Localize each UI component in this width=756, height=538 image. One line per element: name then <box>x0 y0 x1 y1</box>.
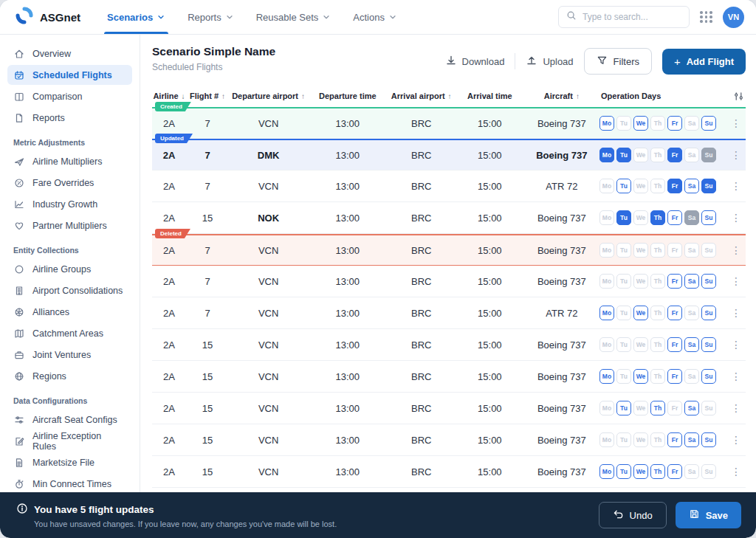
day-chip-th[interactable]: Th <box>650 401 665 415</box>
day-chip-su[interactable]: Su <box>701 337 716 352</box>
day-chip-tu[interactable]: Tu <box>616 243 631 258</box>
column-settings-icon[interactable] <box>726 91 746 102</box>
column-header-operation-days[interactable]: Operation Days <box>599 92 726 100</box>
sidebar-item-catchment-areas[interactable]: Catchment Areas <box>7 323 132 343</box>
row-menu-icon[interactable]: ⋮ <box>726 150 746 160</box>
column-header-arrival-airport[interactable]: Arrival airport↑ <box>387 92 456 100</box>
sidebar-item-scheduled-flights[interactable]: Scheduled Flights <box>7 65 132 85</box>
day-chip-th[interactable]: Th <box>650 243 665 258</box>
nav-item-reusable-sets[interactable]: Reusable Sets <box>256 0 331 34</box>
day-chip-sa[interactable]: Sa <box>684 464 699 479</box>
day-chip-we[interactable]: We <box>633 432 648 447</box>
avatar[interactable]: VN <box>723 7 744 28</box>
row-menu-icon[interactable]: ⋮ <box>726 213 746 223</box>
day-chip-we[interactable]: We <box>633 179 648 193</box>
day-chip-th[interactable]: Th <box>650 306 665 320</box>
day-chip-mo[interactable]: Mo <box>599 306 614 320</box>
day-chip-th[interactable]: Th <box>650 274 665 289</box>
add-flight-button[interactable]: + Add Flight <box>662 49 746 75</box>
day-chip-sa[interactable]: Sa <box>684 401 699 415</box>
day-chip-sa[interactable]: Sa <box>684 274 699 289</box>
day-chip-fr[interactable]: Fr <box>667 210 682 225</box>
search-input[interactable] <box>583 12 681 22</box>
day-chip-mo[interactable]: Mo <box>599 337 614 352</box>
day-chip-fr[interactable]: Fr <box>667 464 682 479</box>
day-chip-fr[interactable]: Fr <box>667 369 682 384</box>
day-chip-we[interactable]: We <box>633 337 648 352</box>
day-chip-tu[interactable]: Tu <box>616 464 631 479</box>
day-chip-th[interactable]: Th <box>650 179 665 193</box>
undo-button[interactable]: Undo <box>599 502 667 528</box>
day-chip-tu[interactable]: Tu <box>616 179 631 193</box>
day-chip-fr[interactable]: Fr <box>667 432 682 447</box>
row-menu-icon[interactable]: ⋮ <box>726 466 746 477</box>
day-chip-tu[interactable]: Tu <box>616 116 631 131</box>
day-chip-su[interactable]: Su <box>701 369 716 384</box>
day-chip-th[interactable]: Th <box>650 148 665 162</box>
day-chip-th[interactable]: Th <box>650 464 665 479</box>
day-chip-mo[interactable]: Mo <box>599 464 614 479</box>
day-chip-fr[interactable]: Fr <box>667 148 682 162</box>
day-chip-mo[interactable]: Mo <box>599 116 614 131</box>
day-chip-sa[interactable]: Sa <box>684 116 699 131</box>
day-chip-su[interactable]: Su <box>701 464 716 479</box>
day-chip-fr[interactable]: Fr <box>667 306 682 320</box>
day-chip-fr[interactable]: Fr <box>667 116 682 131</box>
day-chip-tu[interactable]: Tu <box>616 148 631 162</box>
day-chip-mo[interactable]: Mo <box>599 148 614 162</box>
day-chip-sa[interactable]: Sa <box>684 432 699 447</box>
day-chip-mo[interactable]: Mo <box>599 432 614 447</box>
day-chip-tu[interactable]: Tu <box>616 369 631 384</box>
column-header-arrival-time[interactable]: Arrival time <box>456 92 524 100</box>
row-menu-icon[interactable]: ⋮ <box>726 339 746 350</box>
day-chip-tu[interactable]: Tu <box>616 401 631 415</box>
day-chip-su[interactable]: Su <box>701 306 716 320</box>
sidebar-item-airport-consolidations[interactable]: Airport Consolidations <box>7 280 132 300</box>
download-button[interactable]: Download <box>445 55 505 69</box>
day-chip-th[interactable]: Th <box>650 432 665 447</box>
apps-grid-icon[interactable] <box>700 11 712 23</box>
day-chip-we[interactable]: We <box>633 401 648 415</box>
row-menu-icon[interactable]: ⋮ <box>726 371 746 382</box>
day-chip-fr[interactable]: Fr <box>667 337 682 352</box>
column-header-departure-airport[interactable]: Departure airport↑ <box>229 92 308 100</box>
sidebar-item-alliances[interactable]: Alliances <box>7 302 132 322</box>
day-chip-we[interactable]: We <box>633 116 648 131</box>
day-chip-th[interactable]: Th <box>650 337 665 352</box>
column-header-airline[interactable]: Airline↓ <box>152 92 186 100</box>
day-chip-su[interactable]: Su <box>701 210 716 225</box>
day-chip-sa[interactable]: Sa <box>684 337 699 352</box>
nav-item-scenarios[interactable]: Scenarios <box>107 0 165 34</box>
sidebar-item-airline-multipliers[interactable]: Airline Multipliers <box>7 151 132 171</box>
row-menu-icon[interactable]: ⋮ <box>726 308 746 318</box>
row-menu-icon[interactable]: ⋮ <box>726 276 746 286</box>
day-chip-su[interactable]: Su <box>701 243 716 258</box>
day-chip-we[interactable]: We <box>633 369 648 384</box>
brand[interactable]: ASGnet <box>15 6 80 28</box>
day-chip-mo[interactable]: Mo <box>599 369 614 384</box>
day-chip-we[interactable]: We <box>633 148 648 162</box>
row-menu-icon[interactable]: ⋮ <box>726 435 746 445</box>
sidebar-item-fare-overrides[interactable]: Fare Overrides <box>7 173 132 193</box>
day-chip-su[interactable]: Su <box>701 179 716 193</box>
day-chip-tu[interactable]: Tu <box>616 337 631 352</box>
filters-button[interactable]: Filters <box>584 48 652 75</box>
day-chip-sa[interactable]: Sa <box>684 210 699 225</box>
upload-button[interactable]: Upload <box>526 55 573 69</box>
sidebar-item-comparison[interactable]: Comparison <box>7 86 132 106</box>
day-chip-we[interactable]: We <box>633 243 648 258</box>
row-menu-icon[interactable]: ⋮ <box>726 403 746 413</box>
day-chip-mo[interactable]: Mo <box>599 401 614 415</box>
day-chip-mo[interactable]: Mo <box>599 179 614 193</box>
save-button[interactable]: Save <box>676 502 741 528</box>
nav-item-reports[interactable]: Reports <box>188 0 234 34</box>
day-chip-fr[interactable]: Fr <box>667 179 682 193</box>
column-header-flight[interactable]: Flight #↑ <box>186 92 229 100</box>
day-chip-th[interactable]: Th <box>650 210 665 225</box>
day-chip-we[interactable]: We <box>633 210 648 225</box>
day-chip-su[interactable]: Su <box>701 432 716 447</box>
day-chip-su[interactable]: Su <box>701 401 716 415</box>
day-chip-th[interactable]: Th <box>650 116 665 131</box>
day-chip-fr[interactable]: Fr <box>667 243 682 258</box>
day-chip-su[interactable]: Su <box>701 148 716 162</box>
